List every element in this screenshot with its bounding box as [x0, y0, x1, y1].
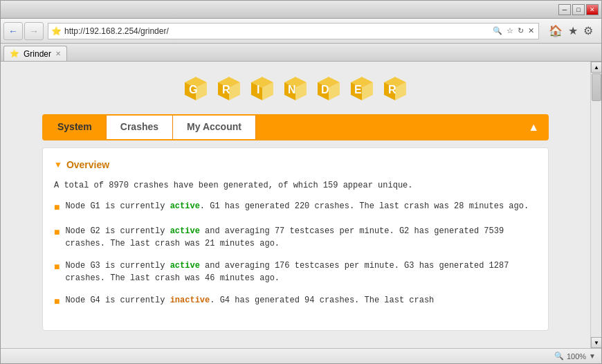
node-text-g3: Node G3 is currently active and averagin…	[65, 260, 537, 284]
overview-header: ▼ Overview	[54, 159, 537, 170]
bullet-icon-g1: ■	[54, 201, 60, 215]
node-g4-before: Node G4 is currently	[65, 295, 170, 305]
logo-d: D	[313, 74, 344, 104]
svg-text:R: R	[222, 84, 230, 95]
node-list: ■ Node G1 is currently active. G1 has ge…	[54, 200, 537, 309]
node-item-g2: ■ Node G2 is currently active and averag…	[54, 225, 537, 250]
browser-window: ─ □ ✕ ← → ⭐ http://192.168.2.254/grinder…	[0, 0, 602, 364]
logo-r: R	[214, 74, 244, 104]
node-g4-after: . G4 has generated 94 crashes. The last …	[210, 295, 434, 305]
node-text-g4: Node G4 is currently inactive. G4 has ge…	[65, 294, 537, 309]
bookmark-icon[interactable]: ☆	[505, 26, 515, 35]
browser-tab-grinder[interactable]: ⭐ Grinder ✕	[3, 46, 67, 61]
scroll-thumb[interactable]	[592, 73, 601, 101]
node-text-g1: Node G1 is currently active. G1 has gene…	[65, 200, 537, 215]
page-content: G R I	[1, 62, 590, 348]
node-g4-status: inactive	[170, 295, 210, 305]
node-g3-status: active	[170, 261, 200, 271]
tab-crashes[interactable]: Crashes	[107, 116, 173, 139]
node-item-g1: ■ Node G1 is currently active. G1 has ge…	[54, 200, 537, 215]
tab-my-account[interactable]: My Account	[173, 116, 256, 139]
tab-close-icon[interactable]: ✕	[55, 50, 61, 57]
node-item-g4: ■ Node G4 is currently inactive. G4 has …	[54, 294, 537, 309]
logo-n: N	[280, 74, 311, 104]
logo-g: G	[181, 74, 211, 104]
bullet-icon-g2: ■	[54, 226, 60, 250]
node-g1-before: Node G1 is currently	[65, 201, 170, 211]
close-address-icon[interactable]: ✕	[527, 26, 536, 35]
minimize-button[interactable]: ─	[558, 4, 571, 15]
bullet-icon-g4: ■	[54, 295, 60, 309]
settings-icon[interactable]: ⚙	[583, 24, 593, 37]
logo-i: I	[247, 74, 277, 104]
logo-area: G R I	[1, 62, 590, 114]
tab-spacer	[256, 116, 520, 139]
home-icon[interactable]: 🏠	[549, 24, 563, 37]
tab-label: Grinder	[24, 49, 51, 59]
node-g2-status: active	[170, 226, 200, 236]
browser-tabs-bar: ⭐ Grinder ✕	[1, 44, 601, 62]
overview-title: Overview	[66, 159, 109, 170]
address-bar[interactable]: ⭐ http://192.168.2.254/grinder/ 🔍 ☆ ↻ ✕	[48, 23, 539, 39]
section-arrow-icon: ▼	[54, 160, 62, 170]
back-button[interactable]: ←	[3, 22, 23, 40]
browser-toolbar: 🏠 ★ ⚙	[543, 24, 599, 37]
maximize-button[interactable]: □	[572, 4, 585, 15]
svg-text:E: E	[354, 84, 362, 95]
app-navigation: System Crashes My Account ▲	[42, 114, 549, 140]
tab-icon: ⭐	[10, 49, 19, 58]
scroll-up-button[interactable]: ▲	[591, 62, 601, 73]
zoom-dropdown-button[interactable]: ▼	[589, 352, 596, 360]
node-g1-after: . G1 has generated 220 crashes. The last…	[200, 201, 529, 211]
close-button[interactable]: ✕	[586, 4, 599, 15]
svg-text:I: I	[257, 84, 259, 95]
logo-r2: R	[380, 74, 410, 104]
bullet-icon-g3: ■	[54, 260, 60, 284]
main-panel: ▼ Overview A total of 8970 crashes have …	[42, 147, 549, 331]
address-icon: ⭐	[51, 26, 62, 36]
scrollbar: ▲ ▼	[590, 62, 601, 348]
svg-text:G: G	[189, 84, 197, 95]
node-item-g3: ■ Node G3 is currently active and averag…	[54, 260, 537, 284]
nav-bar: ← → ⭐ http://192.168.2.254/grinder/ 🔍 ☆ …	[1, 19, 601, 44]
node-g2-before: Node G2 is currently	[65, 226, 170, 236]
favorites-icon[interactable]: ★	[568, 24, 578, 37]
scroll-down-button[interactable]: ▼	[591, 337, 601, 348]
svg-text:R: R	[388, 84, 396, 95]
overview-summary: A total of 8970 crashes have been genera…	[54, 180, 537, 192]
title-bar: ─ □ ✕	[1, 1, 601, 19]
tab-arrow-icon[interactable]: ▲	[520, 116, 547, 139]
svg-text:D: D	[321, 84, 329, 95]
node-text-g2: Node G2 is currently active and averagin…	[65, 225, 537, 250]
search-icon[interactable]: 🔍	[491, 26, 504, 35]
status-bar: 🔍 100% ▼	[1, 348, 601, 363]
refresh-icon[interactable]: ↻	[516, 26, 525, 35]
svg-text:N: N	[288, 84, 296, 95]
zoom-icon: 🔍	[554, 352, 564, 361]
forward-button[interactable]: →	[24, 22, 44, 40]
node-g1-status: active	[170, 201, 200, 211]
scroll-track[interactable]	[591, 73, 601, 337]
address-text: http://192.168.2.254/grinder/	[64, 26, 491, 36]
address-actions: 🔍 ☆ ↻ ✕	[491, 26, 536, 35]
logo-e: E	[347, 74, 377, 104]
window-controls: ─ □ ✕	[558, 4, 599, 15]
tab-system[interactable]: System	[44, 116, 107, 139]
node-g3-before: Node G3 is currently	[65, 261, 170, 271]
content-area: G R I	[1, 62, 601, 348]
zoom-level: 100%	[567, 352, 586, 361]
